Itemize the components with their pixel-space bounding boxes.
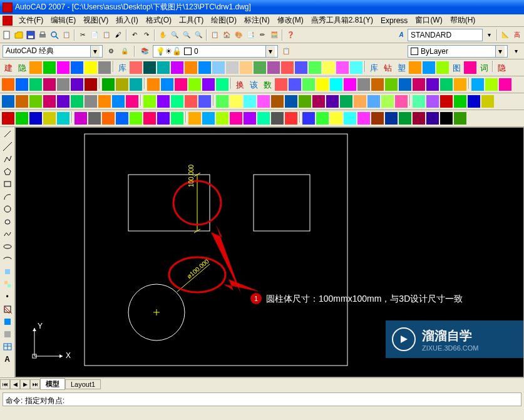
tb3-12[interactable] [157,95,170,108]
tb4-4[interactable] [43,112,56,125]
tb3-8[interactable] [98,95,111,108]
workspace-combo[interactable]: AutoCAD 经典▾ [3,45,103,58]
tb1-21[interactable] [281,61,294,74]
tb1-11[interactable] [143,61,156,74]
zoom-window-button[interactable]: 🔍 [181,29,192,41]
hatch-tool[interactable] [2,304,13,315]
tb1-30[interactable] [409,61,421,74]
rectangle-tool[interactable] [2,178,13,190]
tb3-22[interactable] [299,95,311,108]
command-line[interactable]: 命令: 指定对角点: [3,392,521,406]
cn-ku2-icon[interactable]: 库 [367,61,380,74]
tb4-2[interactable] [16,112,28,125]
markup-button[interactable]: ✏ [257,29,268,41]
tb1-16[interactable] [212,61,225,74]
cn-yin2-icon[interactable]: 隐 [495,61,508,74]
tb1-13[interactable] [171,61,183,74]
tb4-18[interactable] [244,112,256,125]
tb4-33[interactable] [454,112,466,125]
open-button[interactable] [13,29,24,41]
tb3-5[interactable] [57,95,69,108]
tab-first[interactable]: ⏮ [0,379,10,389]
paste-button[interactable]: 📋 [101,29,112,41]
tb4-13[interactable] [171,112,183,125]
cn-huan-icon[interactable]: 换 [234,78,246,91]
tb1-17[interactable] [226,61,239,74]
workspace-icon-2[interactable]: 🔒 [119,46,130,57]
layer-manager-icon[interactable]: 📚 [139,46,150,57]
tb3-14[interactable] [185,95,197,108]
tb2-36[interactable] [499,78,511,91]
tb3-13[interactable] [171,95,183,108]
tb2-16[interactable] [216,78,229,91]
tb3-26[interactable] [354,95,366,108]
tb3-33[interactable] [454,95,466,108]
menu-yanxiu[interactable]: 燕秀工具箱2.81(Y) [307,14,377,27]
tb2-15[interactable] [202,78,215,91]
tb4-23[interactable] [316,112,329,125]
cn-su-icon[interactable]: 塑 [395,61,408,74]
tb4-16[interactable] [216,112,229,125]
cn-ci-icon[interactable]: 词 [478,61,490,74]
block-tool[interactable] [2,279,13,290]
tb4-6[interactable] [74,112,87,125]
redo-button[interactable]: ↷ [141,29,152,41]
tb2-29[interactable] [399,78,411,91]
tb4-5[interactable] [57,112,69,125]
tab-model[interactable]: 模型 [40,378,65,390]
tb2-33[interactable] [454,78,466,91]
save-button[interactable] [25,29,36,41]
tb3-2[interactable] [16,95,28,108]
tb3-23[interactable] [312,95,325,108]
tb4-27[interactable] [371,112,384,125]
tb3-25[interactable] [340,95,352,108]
tb2-8[interactable] [102,78,115,91]
cut-button[interactable]: ✂ [77,29,88,41]
tb3-28[interactable] [381,95,394,108]
cn-zuan-icon[interactable]: 钻 [381,61,394,74]
tb4-15[interactable] [202,112,215,125]
mtext-tool[interactable]: A [2,354,13,365]
tb4-29[interactable] [399,112,411,125]
tb3-27[interactable] [367,95,380,108]
text-style-icon[interactable]: A [396,29,407,41]
copy-button[interactable]: 📄 [89,29,100,41]
tb2-25[interactable] [344,78,356,91]
tb3-32[interactable] [440,95,453,108]
layer-combo[interactable]: 💡☀🔓 0▾ [153,45,278,58]
tb3-35[interactable] [481,95,494,108]
tb2-20[interactable] [275,78,287,91]
tb4-12[interactable] [157,112,170,125]
tb2-21[interactable] [289,78,301,91]
tb2-28[interactable] [385,78,398,91]
menu-edit[interactable]: 编辑(E) [47,14,80,27]
polygon-tool[interactable] [2,166,13,177]
menu-window[interactable]: 窗口(W) [411,14,446,27]
tb1-5[interactable] [57,61,69,74]
tb2-30[interactable] [413,78,425,91]
tb3-17[interactable] [230,95,242,108]
linetype-combo[interactable]: ByLayer▾ [408,45,508,58]
menu-draw[interactable]: 绘图(D) [207,14,240,27]
cn-jian-icon[interactable]: 建 [2,61,14,74]
toolpalette-button[interactable]: 🎨 [233,29,244,41]
menu-file[interactable]: 文件(F) [15,14,47,27]
tb2-5[interactable] [57,78,69,91]
tb1-10[interactable] [130,61,142,74]
tb4-14[interactable] [188,112,201,125]
tb3-29[interactable] [395,95,408,108]
tb2-10[interactable] [130,78,142,91]
tb3-19[interactable] [257,95,270,108]
arc-tool[interactable] [2,191,13,202]
style-dropdown[interactable]: ▾ [483,29,495,41]
tb4-7[interactable] [88,112,101,125]
menu-view[interactable]: 视图(V) [80,14,112,27]
tb2-4[interactable] [43,78,56,91]
help-button[interactable]: ❓ [285,29,296,41]
point-tool[interactable]: • [2,291,13,302]
zoom-realtime-button[interactable]: 🔍 [169,29,180,41]
tb3-3[interactable] [29,95,42,108]
tab-layout1[interactable]: Layout1 [65,379,101,389]
tb4-8[interactable] [102,112,115,125]
tb4-32[interactable] [440,112,453,125]
